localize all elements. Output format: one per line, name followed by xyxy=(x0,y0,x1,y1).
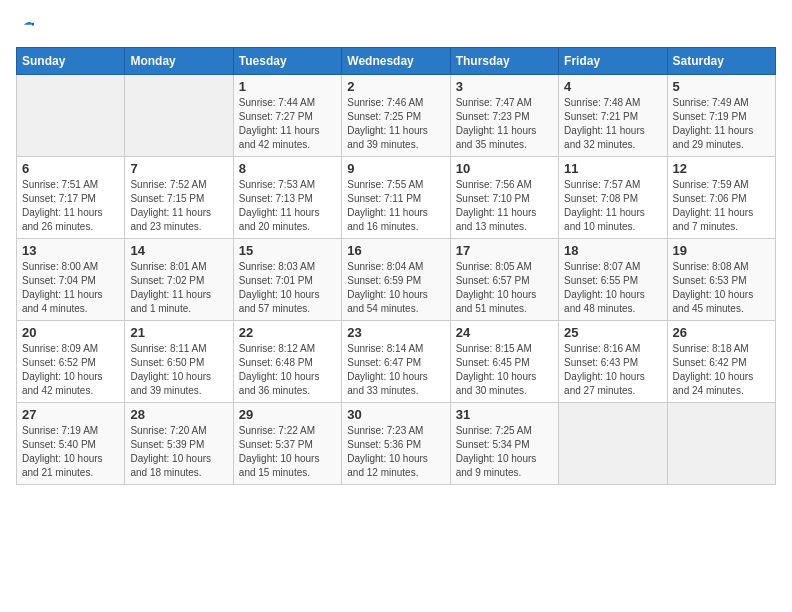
calendar-cell: 12Sunrise: 7:59 AM Sunset: 7:06 PM Dayli… xyxy=(667,157,775,239)
page-header xyxy=(16,16,776,37)
day-info: Sunrise: 8:05 AM Sunset: 6:57 PM Dayligh… xyxy=(456,260,553,316)
calendar-cell xyxy=(125,75,233,157)
calendar-cell: 30Sunrise: 7:23 AM Sunset: 5:36 PM Dayli… xyxy=(342,403,450,485)
calendar-cell: 2Sunrise: 7:46 AM Sunset: 7:25 PM Daylig… xyxy=(342,75,450,157)
logo xyxy=(16,16,36,37)
calendar-cell: 22Sunrise: 8:12 AM Sunset: 6:48 PM Dayli… xyxy=(233,321,341,403)
calendar-table: SundayMondayTuesdayWednesdayThursdayFrid… xyxy=(16,47,776,485)
calendar-cell: 18Sunrise: 8:07 AM Sunset: 6:55 PM Dayli… xyxy=(559,239,667,321)
day-number: 23 xyxy=(347,325,444,340)
calendar-cell: 11Sunrise: 7:57 AM Sunset: 7:08 PM Dayli… xyxy=(559,157,667,239)
weekday-header-saturday: Saturday xyxy=(667,48,775,75)
day-info: Sunrise: 8:01 AM Sunset: 7:02 PM Dayligh… xyxy=(130,260,227,316)
day-number: 22 xyxy=(239,325,336,340)
day-number: 21 xyxy=(130,325,227,340)
calendar-cell: 4Sunrise: 7:48 AM Sunset: 7:21 PM Daylig… xyxy=(559,75,667,157)
calendar-cell: 24Sunrise: 8:15 AM Sunset: 6:45 PM Dayli… xyxy=(450,321,558,403)
calendar-cell: 15Sunrise: 8:03 AM Sunset: 7:01 PM Dayli… xyxy=(233,239,341,321)
weekday-header-friday: Friday xyxy=(559,48,667,75)
day-number: 13 xyxy=(22,243,119,258)
calendar-cell: 20Sunrise: 8:09 AM Sunset: 6:52 PM Dayli… xyxy=(17,321,125,403)
day-number: 6 xyxy=(22,161,119,176)
day-number: 20 xyxy=(22,325,119,340)
day-number: 3 xyxy=(456,79,553,94)
day-info: Sunrise: 7:25 AM Sunset: 5:34 PM Dayligh… xyxy=(456,424,553,480)
day-info: Sunrise: 7:59 AM Sunset: 7:06 PM Dayligh… xyxy=(673,178,770,234)
day-number: 1 xyxy=(239,79,336,94)
weekday-header-monday: Monday xyxy=(125,48,233,75)
day-info: Sunrise: 8:14 AM Sunset: 6:47 PM Dayligh… xyxy=(347,342,444,398)
day-number: 9 xyxy=(347,161,444,176)
calendar-cell: 16Sunrise: 8:04 AM Sunset: 6:59 PM Dayli… xyxy=(342,239,450,321)
day-info: Sunrise: 8:07 AM Sunset: 6:55 PM Dayligh… xyxy=(564,260,661,316)
day-info: Sunrise: 7:47 AM Sunset: 7:23 PM Dayligh… xyxy=(456,96,553,152)
calendar-cell: 26Sunrise: 8:18 AM Sunset: 6:42 PM Dayli… xyxy=(667,321,775,403)
day-number: 12 xyxy=(673,161,770,176)
weekday-header-thursday: Thursday xyxy=(450,48,558,75)
weekday-header-sunday: Sunday xyxy=(17,48,125,75)
day-number: 17 xyxy=(456,243,553,258)
day-number: 8 xyxy=(239,161,336,176)
day-info: Sunrise: 8:18 AM Sunset: 6:42 PM Dayligh… xyxy=(673,342,770,398)
day-number: 26 xyxy=(673,325,770,340)
day-info: Sunrise: 7:55 AM Sunset: 7:11 PM Dayligh… xyxy=(347,178,444,234)
calendar-cell: 19Sunrise: 8:08 AM Sunset: 6:53 PM Dayli… xyxy=(667,239,775,321)
day-number: 4 xyxy=(564,79,661,94)
day-info: Sunrise: 7:22 AM Sunset: 5:37 PM Dayligh… xyxy=(239,424,336,480)
day-number: 19 xyxy=(673,243,770,258)
calendar-cell: 1Sunrise: 7:44 AM Sunset: 7:27 PM Daylig… xyxy=(233,75,341,157)
calendar-cell: 8Sunrise: 7:53 AM Sunset: 7:13 PM Daylig… xyxy=(233,157,341,239)
day-info: Sunrise: 7:53 AM Sunset: 7:13 PM Dayligh… xyxy=(239,178,336,234)
day-info: Sunrise: 8:15 AM Sunset: 6:45 PM Dayligh… xyxy=(456,342,553,398)
day-number: 11 xyxy=(564,161,661,176)
calendar-cell xyxy=(17,75,125,157)
calendar-cell: 17Sunrise: 8:05 AM Sunset: 6:57 PM Dayli… xyxy=(450,239,558,321)
calendar-cell: 13Sunrise: 8:00 AM Sunset: 7:04 PM Dayli… xyxy=(17,239,125,321)
calendar-cell xyxy=(667,403,775,485)
calendar-cell: 6Sunrise: 7:51 AM Sunset: 7:17 PM Daylig… xyxy=(17,157,125,239)
day-info: Sunrise: 8:09 AM Sunset: 6:52 PM Dayligh… xyxy=(22,342,119,398)
day-info: Sunrise: 7:46 AM Sunset: 7:25 PM Dayligh… xyxy=(347,96,444,152)
day-number: 27 xyxy=(22,407,119,422)
day-info: Sunrise: 7:44 AM Sunset: 7:27 PM Dayligh… xyxy=(239,96,336,152)
calendar-cell: 23Sunrise: 8:14 AM Sunset: 6:47 PM Dayli… xyxy=(342,321,450,403)
week-row-5: 27Sunrise: 7:19 AM Sunset: 5:40 PM Dayli… xyxy=(17,403,776,485)
week-row-2: 6Sunrise: 7:51 AM Sunset: 7:17 PM Daylig… xyxy=(17,157,776,239)
day-number: 15 xyxy=(239,243,336,258)
calendar-cell: 9Sunrise: 7:55 AM Sunset: 7:11 PM Daylig… xyxy=(342,157,450,239)
day-info: Sunrise: 8:12 AM Sunset: 6:48 PM Dayligh… xyxy=(239,342,336,398)
day-info: Sunrise: 8:03 AM Sunset: 7:01 PM Dayligh… xyxy=(239,260,336,316)
calendar-cell: 28Sunrise: 7:20 AM Sunset: 5:39 PM Dayli… xyxy=(125,403,233,485)
day-info: Sunrise: 7:49 AM Sunset: 7:19 PM Dayligh… xyxy=(673,96,770,152)
day-number: 16 xyxy=(347,243,444,258)
day-info: Sunrise: 8:08 AM Sunset: 6:53 PM Dayligh… xyxy=(673,260,770,316)
day-number: 25 xyxy=(564,325,661,340)
calendar-cell xyxy=(559,403,667,485)
day-number: 2 xyxy=(347,79,444,94)
day-info: Sunrise: 7:48 AM Sunset: 7:21 PM Dayligh… xyxy=(564,96,661,152)
week-row-1: 1Sunrise: 7:44 AM Sunset: 7:27 PM Daylig… xyxy=(17,75,776,157)
day-number: 29 xyxy=(239,407,336,422)
day-info: Sunrise: 7:56 AM Sunset: 7:10 PM Dayligh… xyxy=(456,178,553,234)
day-info: Sunrise: 7:52 AM Sunset: 7:15 PM Dayligh… xyxy=(130,178,227,234)
day-info: Sunrise: 8:00 AM Sunset: 7:04 PM Dayligh… xyxy=(22,260,119,316)
calendar-cell: 27Sunrise: 7:19 AM Sunset: 5:40 PM Dayli… xyxy=(17,403,125,485)
day-info: Sunrise: 8:11 AM Sunset: 6:50 PM Dayligh… xyxy=(130,342,227,398)
day-number: 7 xyxy=(130,161,227,176)
day-number: 10 xyxy=(456,161,553,176)
calendar-cell: 31Sunrise: 7:25 AM Sunset: 5:34 PM Dayli… xyxy=(450,403,558,485)
calendar-cell: 10Sunrise: 7:56 AM Sunset: 7:10 PM Dayli… xyxy=(450,157,558,239)
calendar-cell: 25Sunrise: 8:16 AM Sunset: 6:43 PM Dayli… xyxy=(559,321,667,403)
calendar-cell: 7Sunrise: 7:52 AM Sunset: 7:15 PM Daylig… xyxy=(125,157,233,239)
logo-general xyxy=(16,16,36,37)
calendar-cell: 3Sunrise: 7:47 AM Sunset: 7:23 PM Daylig… xyxy=(450,75,558,157)
day-number: 5 xyxy=(673,79,770,94)
day-number: 24 xyxy=(456,325,553,340)
day-number: 28 xyxy=(130,407,227,422)
day-number: 14 xyxy=(130,243,227,258)
day-info: Sunrise: 7:23 AM Sunset: 5:36 PM Dayligh… xyxy=(347,424,444,480)
logo-bird-icon xyxy=(18,19,36,37)
day-info: Sunrise: 8:04 AM Sunset: 6:59 PM Dayligh… xyxy=(347,260,444,316)
calendar-cell: 5Sunrise: 7:49 AM Sunset: 7:19 PM Daylig… xyxy=(667,75,775,157)
calendar-cell: 29Sunrise: 7:22 AM Sunset: 5:37 PM Dayli… xyxy=(233,403,341,485)
